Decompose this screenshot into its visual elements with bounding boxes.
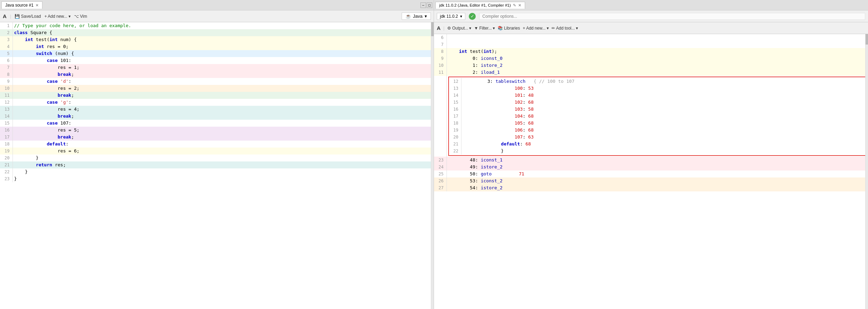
line-number: 5 <box>0 50 13 57</box>
left-tab-bar: Java source #1 ✕ — □ <box>0 0 434 10</box>
right-code-area[interactable]: 678 int test(int);9 0: iconst_010 1: ist… <box>434 34 868 309</box>
line-number: 8 <box>434 48 447 55</box>
line-number: 15 <box>0 120 13 127</box>
font-size-control[interactable]: A <box>3 13 7 19</box>
vim-button[interactable]: ⌥ Vim <box>74 14 87 19</box>
right-tab-edit-icon[interactable]: ✎ <box>513 3 516 8</box>
tab-close-icon[interactable]: ✕ <box>35 3 39 8</box>
table-row: 7 <box>434 41 868 48</box>
vertical-scrollbar[interactable] <box>431 22 434 309</box>
table-row: 8 int test(int); <box>434 48 868 55</box>
code-line: class Square { <box>13 29 434 36</box>
code-line: res = 5; <box>13 127 434 134</box>
code-line: break; <box>13 71 434 78</box>
table-row: 14 101: 48 <box>449 92 866 99</box>
right-tab-close-icon[interactable]: ✕ <box>518 3 521 8</box>
right-tab-label: jdk 11.0.2 (Java, Editor #1, Compiler #1… <box>439 3 511 7</box>
window-minimize[interactable]: — <box>420 2 426 8</box>
code-line: res = 1; <box>13 64 434 71</box>
line-number: 17 <box>0 134 13 141</box>
add-new-button[interactable]: + Add new... ▾ <box>45 14 71 19</box>
libraries-button[interactable]: 📚 Libraries <box>498 26 520 31</box>
code-line: res = 6; <box>13 148 434 154</box>
line-number: 13 <box>0 106 13 113</box>
output-button[interactable]: ⚙ Output... ▾ <box>447 26 471 31</box>
table-row: 24 49: istore_2 <box>434 164 868 171</box>
table-row: 15 case 107: <box>0 120 434 127</box>
add-tool-button[interactable]: ✏ Add tool... ▾ <box>552 26 578 31</box>
right-toolbar-top: jdk 11.0.2 ▾ ✓ <box>434 10 868 22</box>
line-number: 10 <box>434 62 447 69</box>
filter-button[interactable]: ▼ Filter... ▾ <box>474 26 495 31</box>
vim-icon: ⌥ <box>74 14 79 19</box>
java-icon: ☕ <box>405 14 411 19</box>
tab-label: Java source #1 <box>5 3 33 8</box>
right-add-new-button[interactable]: + Add new... ▾ <box>523 26 549 31</box>
left-code-area[interactable]: 1// Type your code here, or load an exam… <box>0 22 434 309</box>
right-vertical-scrollbar[interactable] <box>865 34 868 309</box>
line-number: 18 <box>0 141 13 148</box>
code-line <box>447 34 868 41</box>
left-code-table: 1// Type your code here, or load an exam… <box>0 22 434 182</box>
line-number: 4 <box>0 43 13 50</box>
code-line: res = 2; <box>13 85 434 92</box>
scrollbar-thumb[interactable] <box>431 22 434 36</box>
left-panel: Java source #1 ✕ — □ A | 💾 Save/Load + A… <box>0 0 434 309</box>
line-number: 23 <box>434 157 447 164</box>
filter-dropdown: ▾ <box>493 26 495 31</box>
window-maximize[interactable]: □ <box>427 2 432 8</box>
jdk-selector[interactable]: jdk 11.0.2 ▾ <box>437 13 465 20</box>
language-selector[interactable]: ☕ Java ▾ <box>402 13 431 20</box>
table-row: 18 105: 68 <box>449 120 866 127</box>
code-line: 48: iconst_1 <box>447 157 868 164</box>
table-row: 17 break; <box>0 134 434 141</box>
plus-icon: + <box>45 14 47 19</box>
line-number: 25 <box>434 171 447 177</box>
compiler-options-input[interactable] <box>479 13 865 20</box>
right-tab-active[interactable]: jdk 11.0.2 (Java, Editor #1, Compiler #1… <box>435 2 525 9</box>
code-line: 0: iconst_0 <box>447 55 868 62</box>
right-code-table: 678 int test(int);9 0: iconst_010 1: ist… <box>434 34 868 191</box>
table-row: 16 res = 5; <box>0 127 434 134</box>
table-row: 7 res = 1; <box>0 64 434 71</box>
jdk-label: jdk 11.0.2 <box>440 14 458 19</box>
line-number: 8 <box>0 71 13 78</box>
code-line: } <box>13 175 434 182</box>
table-row: 22 } <box>0 168 434 175</box>
table-row: 5 switch (num) { <box>0 50 434 57</box>
table-row: 27 54: istore_2 <box>434 184 868 191</box>
save-load-button[interactable]: 💾 Save/Load <box>15 14 41 19</box>
tableswitch-box: 12 3: tableswitch { // 100 to 10713 100:… <box>448 77 867 156</box>
line-number: 19 <box>0 148 13 154</box>
left-tab-active[interactable]: Java source #1 ✕ <box>1 1 42 9</box>
line-number: 23 <box>0 175 13 182</box>
code-line: 53: iconst_2 <box>447 177 868 184</box>
line-number: 11 <box>434 69 447 76</box>
line-number: 24 <box>434 164 447 171</box>
table-row: 6 case 101: <box>0 57 434 64</box>
output-dropdown: ▾ <box>469 26 471 31</box>
table-row: 19 res = 6; <box>0 148 434 154</box>
table-row: 18 default: <box>0 141 434 148</box>
right-font-control[interactable]: A <box>437 25 441 31</box>
tool-dropdown: ▾ <box>576 26 578 31</box>
table-row: 20 107: 63 <box>449 134 866 141</box>
table-row: 17 104: 68 <box>449 113 866 120</box>
line-number: 2 <box>0 29 13 36</box>
table-row: 11 break; <box>0 92 434 99</box>
filter-icon: ▼ <box>474 26 478 31</box>
libraries-icon: 📚 <box>498 26 503 31</box>
code-line: int test(int num) { <box>13 36 434 43</box>
line-number: 12 <box>0 99 13 106</box>
toolbar-separator-1: | <box>10 14 11 19</box>
table-row: 23} <box>0 175 434 182</box>
right-panel: jdk 11.0.2 (Java, Editor #1, Compiler #1… <box>434 0 868 309</box>
line-number: 6 <box>0 57 13 64</box>
code-line: case 'g': <box>13 99 434 106</box>
right-scrollbar-thumb[interactable] <box>866 34 868 45</box>
tableswitch-row: 12 3: tableswitch { // 100 to 10713 100:… <box>434 76 868 157</box>
dropdown-icon: ▾ <box>69 14 71 19</box>
code-line: } <box>13 168 434 175</box>
line-number: 22 <box>0 168 13 175</box>
green-status-dot: ✓ <box>469 13 476 20</box>
